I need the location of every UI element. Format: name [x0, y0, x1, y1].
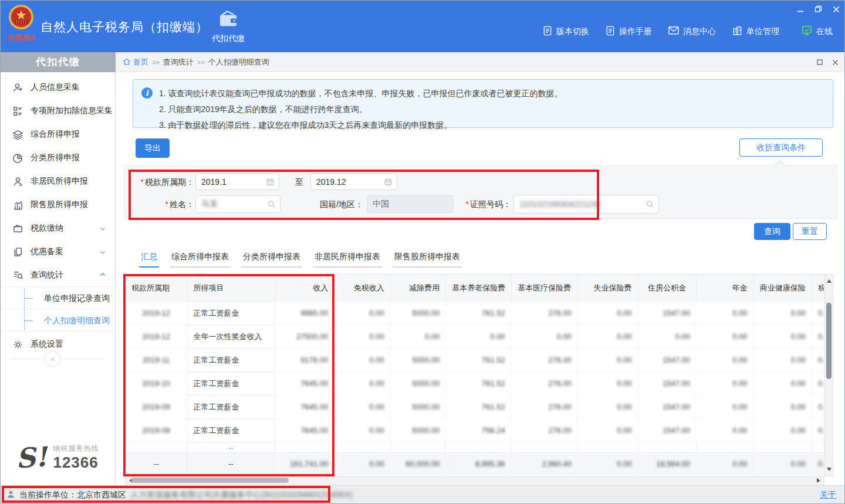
- menu-item-message-center[interactable]: 消息中心: [668, 26, 716, 37]
- close-pane-icon[interactable]: [832, 59, 839, 66]
- close-button[interactable]: [833, 6, 840, 13]
- notice-line: 3. 由于数据处理的滞后性，建议您在申报成功3天之后再来查询最新的申报数据。: [159, 117, 823, 133]
- sidebar-item-label: 专项附加扣除信息采集: [31, 106, 113, 116]
- breadcrumb-home[interactable]: 首页: [123, 57, 148, 67]
- sidebar-collapse-button[interactable]: «: [45, 351, 60, 367]
- app-title: 自然人电子税务局（扣缴端）: [40, 19, 208, 35]
- table-cell: 2019-10: [126, 372, 187, 395]
- breadcrumb: 首页 >> 查询统计 >> 个人扣缴明细查询: [123, 52, 269, 72]
- horizontal-scrollbar[interactable]: [125, 476, 824, 485]
- sidebar-subitem-personal-withholding-query[interactable]: 个人扣缴明细查询: [1, 309, 116, 332]
- horizontal-scrollbar-thumb[interactable]: [131, 478, 289, 483]
- sidebar-item-query-statistics[interactable]: 查询统计: [1, 263, 116, 287]
- tab-restricted-shares[interactable]: 限售股所得申报表: [393, 252, 462, 268]
- search-icon[interactable]: [267, 200, 276, 209]
- vertical-scrollbar[interactable]: [824, 274, 833, 476]
- building-icon: [732, 26, 742, 38]
- table-cell: [578, 442, 638, 453]
- menu-item-unit-management[interactable]: 单位管理: [732, 26, 779, 38]
- table-cell: 正常工资薪金: [187, 372, 275, 395]
- query-button[interactable]: 查询: [754, 223, 790, 240]
- online-status[interactable]: 在线: [802, 25, 833, 38]
- about-link[interactable]: 关于: [820, 490, 836, 500]
- person-icon: [12, 176, 23, 187]
- id-number-label: *证照号码：: [454, 199, 511, 210]
- sidebar-item-special-deduction[interactable]: 专项附加扣除信息采集: [1, 99, 116, 123]
- header-tab-withholding[interactable]: 代扣代缴: [205, 10, 251, 44]
- table-cell: --: [187, 453, 275, 476]
- maximize-pane-icon[interactable]: [817, 59, 823, 65]
- table-cell: 8,995.36: [446, 453, 511, 476]
- table-header-cell: 免税收入: [334, 275, 391, 302]
- sidebar-header: 代扣代缴: [1, 52, 116, 72]
- tab-summary[interactable]: 汇总: [139, 252, 159, 268]
- table-cell: 0.00: [697, 453, 754, 476]
- collapse-query-button[interactable]: 收折查询条件: [739, 138, 823, 157]
- name-input[interactable]: 马某: [195, 195, 280, 213]
- scroll-down-arrow[interactable]: [827, 468, 832, 473]
- table-cell: 1547.00: [638, 395, 697, 419]
- restore-button[interactable]: [814, 5, 822, 13]
- table-cell: 276.00: [512, 302, 578, 325]
- table-cell: 2,960.40: [512, 453, 578, 476]
- table-row: 2019-12全年一次性奖金收入27500.000.000.000.000.00…: [126, 325, 824, 349]
- table-cell: 0.00: [697, 349, 754, 372]
- scroll-up-arrow[interactable]: [827, 277, 832, 283]
- envelope-icon: [668, 26, 679, 36]
- document-icon: [543, 26, 552, 38]
- menu-item-version-switch[interactable]: 版本切换: [543, 26, 589, 38]
- sidebar-item-tax-payment[interactable]: 税款缴纳: [1, 217, 116, 240]
- table-cell: 761.52: [446, 349, 511, 372]
- table-cell: 0.00: [391, 325, 447, 349]
- sidebar-item-comprehensive-income[interactable]: 综合所得申报: [1, 123, 116, 146]
- table-cell: 正常工资薪金: [187, 349, 275, 372]
- export-button[interactable]: 导出: [136, 138, 170, 158]
- table-cell: 2019-12: [126, 302, 187, 325]
- document-icon: [606, 26, 615, 38]
- scroll-right-arrow[interactable]: [817, 478, 823, 483]
- table-cell: 0.00: [812, 372, 824, 395]
- table-cell: 0.00: [754, 302, 813, 325]
- table-cell: 761.52: [446, 302, 511, 325]
- sidebar-item-restricted-shares[interactable]: 限售股所得申报: [1, 193, 116, 217]
- period-from-input[interactable]: 2019.1: [195, 173, 279, 190]
- sidebar-item-nonresident-income[interactable]: 非居民所得申报: [1, 170, 116, 193]
- table-row: 2019-11正常工资薪金9178.000.005000.00761.52276…: [126, 349, 824, 372]
- calendar-icon[interactable]: [384, 177, 393, 186]
- table-header-cell: 减除费用: [391, 275, 447, 302]
- table-cell: 7645.00: [275, 395, 334, 419]
- table-header-cell: 税: [812, 275, 824, 302]
- table-header-cell: 基本医疗保险费: [512, 275, 578, 302]
- table-cell: 9985.00: [275, 302, 334, 325]
- period-to-input[interactable]: 2019.12: [310, 173, 397, 190]
- sidebar-item-preference-filing[interactable]: 优惠备案: [1, 240, 116, 263]
- menu-item-label: 版本切换: [556, 26, 589, 37]
- breadcrumb-level1[interactable]: 查询统计: [163, 57, 194, 67]
- table-cell: [754, 442, 813, 453]
- id-number-input[interactable]: 110102199304221159: [513, 195, 659, 214]
- table-cell: 正常工资薪金: [187, 419, 275, 442]
- sidebar-item-personnel-info[interactable]: 人员信息采集: [1, 76, 116, 99]
- table-cell: 0.00: [512, 325, 578, 349]
- search-icon[interactable]: [645, 200, 654, 209]
- tab-classified-income[interactable]: 分类所得申报表: [241, 252, 302, 268]
- table-cell: 2019-12: [126, 325, 187, 349]
- table-cell: 5000.00: [391, 302, 447, 325]
- menu-item-manual[interactable]: 操作手册: [606, 26, 652, 38]
- sidebar: 人员信息采集 专项附加扣除信息采集 综合所得申报 分类所得申报 非居民所得申报 …: [1, 72, 116, 485]
- tax-bureau-logo: 中国税务: [5, 4, 37, 42]
- logo-caption: 中国税务: [5, 33, 37, 42]
- table-cell: 0.00: [754, 395, 813, 419]
- table-cell: 0.00: [334, 395, 391, 419]
- vertical-scrollbar-thumb[interactable]: [826, 303, 832, 379]
- tab-comprehensive-income[interactable]: 综合所得申报表: [170, 252, 231, 268]
- sidebar-subitem-unit-declaration-query[interactable]: 单位申报记录查询: [1, 287, 116, 309]
- minimize-button[interactable]: [797, 6, 804, 13]
- table-cell: 0.00: [578, 395, 638, 419]
- calendar-icon[interactable]: [266, 177, 275, 186]
- table-cell: [334, 442, 391, 453]
- table-header-cell: 基本养老保险费: [446, 275, 511, 302]
- reset-button[interactable]: 重置: [793, 223, 827, 240]
- tab-nonresident-income[interactable]: 非居民所得申报表: [313, 252, 382, 268]
- sidebar-item-classified-income[interactable]: 分类所得申报: [1, 146, 116, 170]
